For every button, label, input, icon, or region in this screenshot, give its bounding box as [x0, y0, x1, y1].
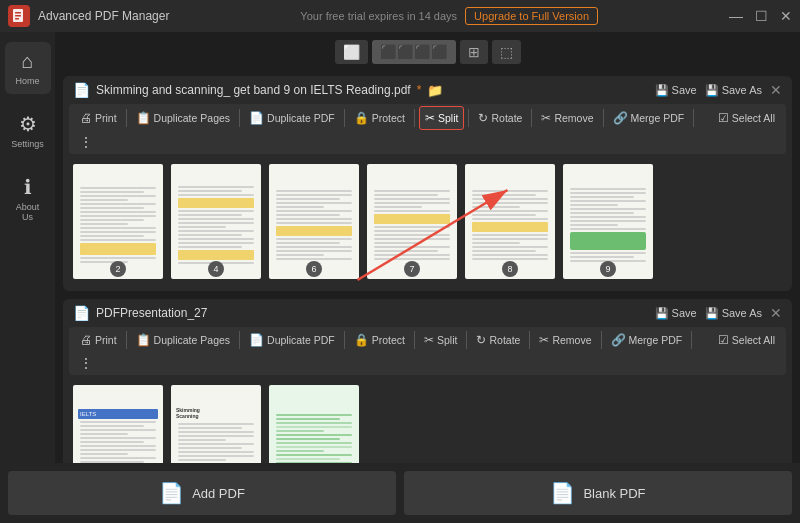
save-as-btn-2[interactable]: 💾 Save As [705, 307, 762, 320]
merge-icon-2: 🔗 [611, 333, 626, 347]
view-single-btn[interactable]: ⬜ [335, 40, 368, 64]
sidebar-about-label: About Us [11, 202, 45, 222]
save-icon-1: 💾 [655, 84, 669, 97]
thumb-2-p1[interactable]: IELTS [73, 385, 163, 463]
sidebar-settings-label: Settings [11, 139, 44, 149]
pdf-doc-1-actions: 💾 Save 💾 Save As ✕ [655, 82, 782, 98]
pdf-doc-2-title: 📄 PDFPresentation_27 [73, 305, 207, 321]
thumb-2-p2[interactable]: SkimmingScanning [171, 385, 261, 463]
save-btn-2[interactable]: 💾 Save [655, 307, 697, 320]
thumb-img-2-p3: 3 [269, 385, 359, 463]
more-btn-1[interactable]: ⋮ [75, 132, 97, 152]
page-num-1-p2: 2 [110, 261, 126, 277]
divider-2-3 [344, 331, 345, 349]
blank-pdf-button[interactable]: 📄 Blank PDF [404, 471, 792, 515]
thumb-img-1-p4: 4 [171, 164, 261, 279]
split-icon-1: ✂ [425, 111, 435, 125]
print-btn-2[interactable]: 🖨 Print [75, 329, 122, 351]
minimize-icon[interactable]: — [729, 8, 743, 24]
split-icon-2: ✂ [424, 333, 434, 347]
main-layout: ⌂ Home ⚙ Settings ℹ About Us ⬜ ⬛⬛⬛⬛ ⊞ ⬚ … [0, 32, 800, 463]
thumb-2-p3[interactable]: 3 [269, 385, 359, 463]
blank-pdf-icon: 📄 [550, 481, 575, 505]
upgrade-button[interactable]: Upgrade to Full Version [465, 7, 598, 25]
divider-2-7 [601, 331, 602, 349]
remove-icon-2: ✂ [539, 333, 549, 347]
print-btn-1[interactable]: 🖨 Print [75, 107, 122, 129]
view-list-btn[interactable]: ⊞ [460, 40, 488, 64]
dup-pdf-icon-1: 📄 [249, 111, 264, 125]
save-as-icon-2: 💾 [705, 307, 719, 320]
thumb-1-p7[interactable]: 7 [367, 164, 457, 279]
thumb-1-p8[interactable]: 8 [465, 164, 555, 279]
protect-btn-1[interactable]: 🔒 Protect [349, 107, 410, 129]
thumb-1-p6[interactable]: 6 [269, 164, 359, 279]
thumb-1-p2[interactable]: 2 [73, 164, 163, 279]
select-all-icon-1: ☑ [718, 111, 729, 125]
divider-6 [531, 109, 532, 127]
dup-pages-btn-2[interactable]: 📋 Duplicate Pages [131, 329, 235, 351]
trial-text: Your free trial expires in 14 days [300, 10, 457, 22]
divider-8 [693, 109, 694, 127]
protect-icon-1: 🔒 [354, 111, 369, 125]
close-icon[interactable]: ✕ [780, 8, 792, 24]
save-as-btn-1[interactable]: 💾 Save As [705, 84, 762, 97]
print-icon-1: 🖨 [80, 111, 92, 125]
sidebar-item-home[interactable]: ⌂ Home [5, 42, 51, 94]
divider-2 [239, 109, 240, 127]
protect-btn-2[interactable]: 🔒 Protect [349, 329, 410, 351]
split-btn-1[interactable]: ✂ Split [419, 106, 464, 130]
page-num-1-p7: 7 [404, 261, 420, 277]
pdf-doc-1-title: 📄 Skimming and scanning_ get band 9 on I… [73, 82, 443, 98]
save-btn-1[interactable]: 💾 Save [655, 84, 697, 97]
app-icon [8, 5, 30, 27]
dup-pages-btn-1[interactable]: 📋 Duplicate Pages [131, 107, 235, 129]
divider-5 [468, 109, 469, 127]
divider-2-6 [529, 331, 530, 349]
doc2-thumb-area: IELTS [63, 381, 792, 463]
sidebar-item-about[interactable]: ℹ About Us [5, 167, 51, 230]
remove-btn-1[interactable]: ✂ Remove [536, 107, 598, 129]
select-all-btn-2[interactable]: ☑ Select All [713, 329, 780, 351]
pdf-doc-2-actions: 💾 Save 💾 Save As ✕ [655, 305, 782, 321]
select-all-btn-1[interactable]: ☑ Select All [713, 107, 780, 129]
thumb-1-p9[interactable]: 9 [563, 164, 653, 279]
folder-icon-1: 📁 [427, 83, 443, 98]
divider-2-2 [239, 331, 240, 349]
pdf-doc-1-header: 📄 Skimming and scanning_ get band 9 on I… [63, 76, 792, 104]
settings-icon: ⚙ [19, 112, 37, 136]
save-as-icon-1: 💾 [705, 84, 719, 97]
bottom-bar: 📄 Add PDF 📄 Blank PDF [0, 463, 800, 523]
split-btn-2[interactable]: ✂ Split [419, 329, 462, 351]
titlebar: Advanced PDF Manager Your free trial exp… [0, 0, 800, 32]
dup-pdf-btn-2[interactable]: 📄 Duplicate PDF [244, 329, 340, 351]
dup-pages-icon-1: 📋 [136, 111, 151, 125]
svg-rect-3 [15, 18, 19, 20]
pdf-doc-2: 📄 PDFPresentation_27 💾 Save 💾 Save As ✕ [63, 299, 792, 463]
view-split-btn[interactable]: ⬚ [492, 40, 521, 64]
rotate-icon-1: ↻ [478, 111, 488, 125]
thumb-img-1-p9: 9 [563, 164, 653, 279]
rotate-btn-1[interactable]: ↻ Rotate [473, 107, 527, 129]
remove-btn-2[interactable]: ✂ Remove [534, 329, 596, 351]
view-grid-btn[interactable]: ⬛⬛⬛⬛ [372, 40, 456, 64]
page-num-1-p6: 6 [306, 261, 322, 277]
pdf-doc-2-header: 📄 PDFPresentation_27 💾 Save 💾 Save As ✕ [63, 299, 792, 327]
rotate-btn-2[interactable]: ↻ Rotate [471, 329, 525, 351]
unsaved-indicator-1: * [417, 83, 422, 97]
sidebar-item-settings[interactable]: ⚙ Settings [5, 104, 51, 157]
merge-btn-2[interactable]: 🔗 Merge PDF [606, 329, 688, 351]
add-pdf-button[interactable]: 📄 Add PDF [8, 471, 396, 515]
thumb-1-p4[interactable]: 4 [171, 164, 261, 279]
maximize-icon[interactable]: ☐ [755, 8, 768, 24]
more-btn-2[interactable]: ⋮ [75, 353, 97, 373]
merge-btn-1[interactable]: 🔗 Merge PDF [608, 107, 690, 129]
info-icon: ℹ [24, 175, 32, 199]
thumb-img-1-p2: 2 [73, 164, 163, 279]
close-doc-2-btn[interactable]: ✕ [770, 305, 782, 321]
thumb-img-1-p7: 7 [367, 164, 457, 279]
content-area: ⬜ ⬛⬛⬛⬛ ⊞ ⬚ 📄 Skimming and scanning_ get … [55, 32, 800, 463]
close-doc-1-btn[interactable]: ✕ [770, 82, 782, 98]
divider-7 [603, 109, 604, 127]
dup-pdf-btn-1[interactable]: 📄 Duplicate PDF [244, 107, 340, 129]
